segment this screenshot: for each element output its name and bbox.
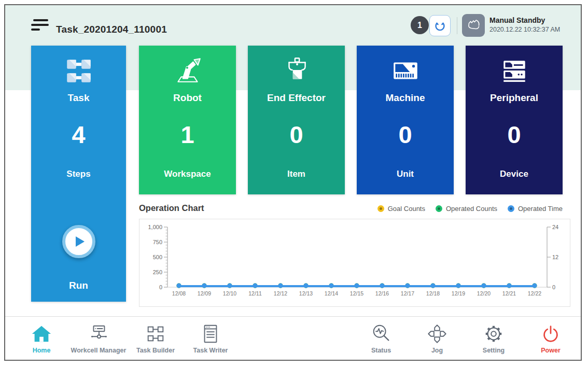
top-bar: Task_20201204_110001 1 Manual Standby 20… [5,5,581,46]
operated-counts-dot-icon [436,205,442,212]
mode-status: Manual Standby 2020.12.22 10:32:37 AM [489,16,560,33]
svg-text:12/11: 12/11 [248,290,262,297]
card-title: End Effector [248,92,345,104]
legend-label: Operated Counts [446,205,497,213]
machine-icon [357,55,454,87]
gripper-icon [433,19,447,33]
menu-hamburger-icon[interactable] [31,19,50,33]
svg-text:12/18: 12/18 [426,290,440,297]
svg-text:500: 500 [153,254,162,260]
legend-label: Goal Counts [388,205,425,213]
run-button[interactable] [62,225,95,258]
operated-time-dot-icon [508,205,514,212]
svg-text:12/12: 12/12 [274,290,287,297]
svg-text:1,000: 1,000 [148,224,162,230]
svg-text:12/21: 12/21 [502,290,516,297]
svg-text:250: 250 [153,269,162,275]
card-peripheral[interactable]: Peripheral 0 Device [466,46,563,194]
legend-goal-counts: Goal Counts [377,205,425,213]
chart-legend: Goal Counts Operated Counts Operated Tim… [139,205,563,213]
peripheral-server-icon [466,55,563,87]
card-task[interactable]: Task 4 Steps Run [31,46,126,302]
svg-text:12/09: 12/09 [198,290,211,297]
svg-text:12/17: 12/17 [401,290,414,297]
card-value: 0 [357,122,454,147]
svg-text:12/15: 12/15 [350,290,363,297]
operation-chart: 1,000750500250012/0812/0912/1012/1112/12… [139,219,570,307]
page-title: Task_20201204_110001 [56,24,167,35]
card-value: 0 [248,122,345,147]
svg-text:12/08: 12/08 [172,290,186,297]
datetime-label: 2020.12.22 10:32:37 AM [489,26,560,33]
card-unit: Item [248,169,345,179]
svg-text:0: 0 [159,284,162,290]
svg-text:12/19: 12/19 [452,290,465,297]
power-icon [517,321,582,345]
card-value: 0 [466,122,563,147]
end-effector-gripper-icon [248,55,345,87]
card-robot[interactable]: Robot 1 Workspace [139,46,236,194]
manual-hand-icon [465,17,482,34]
run-label: Run [31,280,126,291]
end-effector-tool-button[interactable] [429,15,451,36]
card-unit: Device [466,169,563,179]
card-unit: Workspace [139,169,236,179]
nav-task-writer[interactable]: Task Writer [177,321,244,354]
card-title: Task [31,92,126,104]
legend-operated-counts: Operated Counts [436,205,497,213]
card-title: Machine [357,92,454,104]
svg-text:12/10: 12/10 [223,290,236,297]
card-end-effector[interactable]: End Effector 0 Item [248,46,345,194]
card-title: Robot [139,92,236,104]
card-unit: Steps [31,169,126,179]
app-window: Task_20201204_110001 1 Manual Standby 20… [4,4,582,361]
notification-badge: 1 [411,16,429,34]
task-blocks-icon [31,55,126,87]
legend-operated-time: Operated Time [508,205,563,213]
svg-text:0: 0 [552,284,555,290]
svg-text:12/22: 12/22 [528,290,541,297]
robot-arm-icon [139,55,236,87]
svg-text:12: 12 [552,254,558,260]
card-unit: Unit [357,169,454,179]
svg-text:12/13: 12/13 [299,290,313,297]
task-writer-icon [177,321,244,345]
bottom-nav: Home Workcell Manager [5,316,581,361]
svg-text:12/20: 12/20 [477,290,491,297]
card-value: 4 [31,122,126,147]
manual-mode-button[interactable] [462,14,485,37]
svg-text:24: 24 [552,224,558,230]
nav-power[interactable]: Power [517,321,582,354]
goal-counts-dot-icon [377,205,384,212]
card-value: 1 [139,122,236,147]
svg-text:12/14: 12/14 [325,290,338,297]
play-icon [71,234,87,249]
legend-label: Operated Time [518,205,563,213]
svg-text:750: 750 [153,239,162,245]
card-title: Peripheral [466,92,563,104]
card-machine[interactable]: Machine 0 Unit [357,46,454,194]
operation-chart-plot: 1,000750500250012/0812/0912/1012/1112/12… [139,219,571,307]
header-divider [457,17,457,34]
svg-text:12/16: 12/16 [375,290,389,297]
mode-label: Manual Standby [489,16,560,24]
